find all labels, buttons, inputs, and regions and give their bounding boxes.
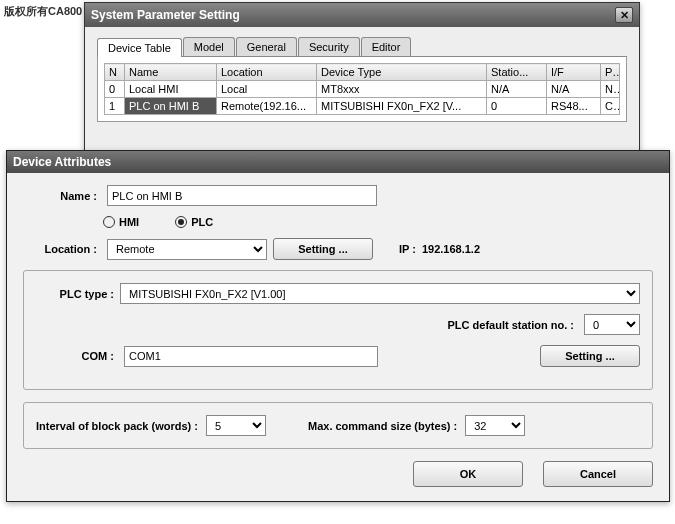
tab-security[interactable]: Security	[298, 37, 360, 56]
cell-name: PLC on HMI B	[125, 98, 217, 115]
name-label: Name :	[23, 190, 97, 202]
location-setting-button[interactable]: Setting ...	[273, 238, 373, 260]
station-label: PLC default station no. :	[448, 319, 575, 331]
interval-row: Interval of block pack (words) : 5 Max. …	[36, 415, 640, 436]
plc-type-row: PLC type : MITSUBISHI FX0n_FX2 [V1.00]	[36, 283, 640, 304]
parent-title-bar: System Parameter Setting ✕	[85, 3, 639, 27]
cell-n: 0	[105, 81, 125, 98]
cell-station: N/A	[487, 81, 547, 98]
radio-hmi-label: HMI	[119, 216, 139, 228]
tab-bar: Device Table Model General Security Edit…	[97, 37, 627, 57]
location-select[interactable]: Remote	[107, 239, 267, 260]
location-row: Location : Remote Setting ... IP : 192.1…	[23, 238, 653, 260]
dialog-body: Name : HMI PLC Location : Remote Setting…	[7, 173, 669, 501]
maxcmd-select[interactable]: 32	[465, 415, 525, 436]
com-label: COM :	[36, 350, 114, 362]
ip-value: 192.168.1.2	[422, 243, 480, 255]
cell-if: RS48...	[547, 98, 601, 115]
station-row: PLC default station no. : 0	[36, 314, 640, 335]
cell-location: Local	[217, 81, 317, 98]
col-n[interactable]: N	[105, 64, 125, 81]
col-type[interactable]: Device Type	[317, 64, 487, 81]
cell-if: N/A	[547, 81, 601, 98]
dialog-title: Device Attributes	[13, 155, 111, 169]
cell-port: N/A	[601, 81, 620, 98]
radio-plc-label: PLC	[191, 216, 213, 228]
tab-model[interactable]: Model	[183, 37, 235, 56]
com-row: COM : Setting ...	[36, 345, 640, 367]
table-row[interactable]: 0 Local HMI Local MT8xxx N/A N/A N/A	[105, 81, 620, 98]
device-table-wrap: N Name Location Device Type Statio... I/…	[97, 57, 627, 122]
col-name[interactable]: Name	[125, 64, 217, 81]
parent-body: Device Table Model General Security Edit…	[85, 27, 639, 130]
interval-select[interactable]: 5	[206, 415, 266, 436]
col-port[interactable]: Port	[601, 64, 620, 81]
location-label: Location :	[23, 243, 97, 255]
col-location[interactable]: Location	[217, 64, 317, 81]
table-header-row: N Name Location Device Type Statio... I/…	[105, 64, 620, 81]
dialog-title-bar: Device Attributes	[7, 151, 669, 173]
cell-n: 1	[105, 98, 125, 115]
ok-button[interactable]: OK	[413, 461, 523, 487]
system-parameter-window: System Parameter Setting ✕ Device Table …	[84, 2, 640, 152]
parent-title: System Parameter Setting	[91, 8, 240, 22]
dialog-button-row: OK Cancel	[23, 461, 653, 487]
radio-icon	[103, 216, 115, 228]
cancel-button[interactable]: Cancel	[543, 461, 653, 487]
station-select[interactable]: 0	[584, 314, 640, 335]
device-table[interactable]: N Name Location Device Type Statio... I/…	[104, 63, 620, 115]
device-kind-radio-group: HMI PLC	[103, 216, 653, 228]
cell-name: Local HMI	[125, 81, 217, 98]
interval-label: Interval of block pack (words) :	[36, 420, 198, 432]
col-station[interactable]: Statio...	[487, 64, 547, 81]
cell-station: 0	[487, 98, 547, 115]
table-row[interactable]: 1 PLC on HMI B Remote(192.16... MITSUBIS…	[105, 98, 620, 115]
plc-groupbox: PLC type : MITSUBISHI FX0n_FX2 [V1.00] P…	[23, 270, 653, 390]
tab-general[interactable]: General	[236, 37, 297, 56]
col-if[interactable]: I/F	[547, 64, 601, 81]
name-input[interactable]	[107, 185, 377, 206]
radio-icon	[175, 216, 187, 228]
plc-type-label: PLC type :	[36, 288, 114, 300]
advanced-groupbox: Interval of block pack (words) : 5 Max. …	[23, 402, 653, 449]
cell-location: Remote(192.16...	[217, 98, 317, 115]
plc-type-select[interactable]: MITSUBISHI FX0n_FX2 [V1.00]	[120, 283, 640, 304]
device-attributes-dialog: Device Attributes Name : HMI PLC Locatio…	[6, 150, 670, 502]
tab-device-table[interactable]: Device Table	[97, 38, 182, 57]
com-setting-button[interactable]: Setting ...	[540, 345, 640, 367]
radio-plc[interactable]: PLC	[175, 216, 213, 228]
radio-hmi[interactable]: HMI	[103, 216, 139, 228]
cell-type: MT8xxx	[317, 81, 487, 98]
copyright-text: 版权所有CA800	[4, 4, 82, 19]
ip-label: IP :	[399, 243, 416, 255]
cell-type: MITSUBISHI FX0n_FX2 [V...	[317, 98, 487, 115]
tab-editor[interactable]: Editor	[361, 37, 412, 56]
com-input[interactable]	[124, 346, 378, 367]
close-icon[interactable]: ✕	[615, 7, 633, 23]
cell-port: COM1(	[601, 98, 620, 115]
name-row: Name :	[23, 185, 653, 206]
maxcmd-label: Max. command size (bytes) :	[308, 420, 457, 432]
